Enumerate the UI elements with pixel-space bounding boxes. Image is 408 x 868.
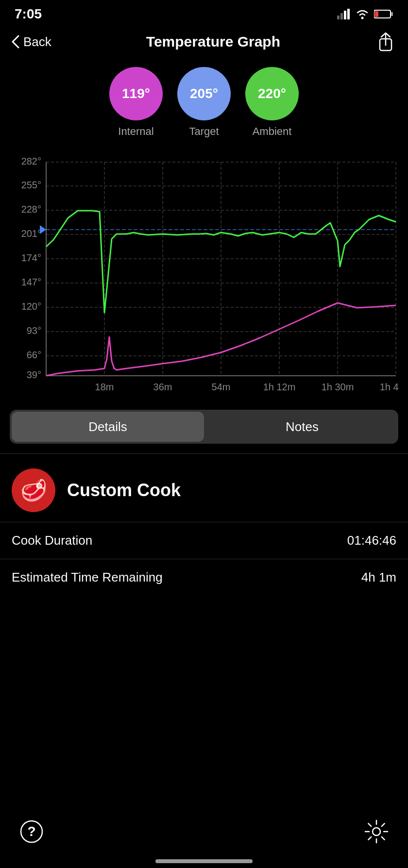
svg-point-48 — [373, 828, 380, 835]
svg-rect-2 — [344, 11, 346, 19]
cook-duration-row: Cook Duration 01:46:46 — [0, 522, 408, 559]
share-button[interactable] — [375, 31, 396, 52]
target-temp-wrap: 205° Target — [177, 67, 231, 138]
svg-text:147°: 147° — [21, 277, 41, 287]
svg-text:1h 30m: 1h 30m — [322, 382, 354, 392]
svg-text:255°: 255° — [21, 180, 41, 190]
ambient-temp-wrap: 220° Ambient — [245, 67, 299, 138]
internal-temp-label: Internal — [118, 125, 153, 138]
tabs-container: Details Notes — [10, 410, 398, 444]
svg-text:66°: 66° — [27, 350, 41, 360]
svg-text:54m: 54m — [212, 382, 231, 392]
svg-text:93°: 93° — [27, 325, 41, 336]
settings-icon — [364, 819, 389, 844]
tab-notes-label: Notes — [286, 419, 319, 434]
svg-text:201°: 201° — [21, 228, 41, 239]
help-icon: ? — [19, 819, 44, 844]
svg-rect-7 — [375, 11, 378, 17]
tab-details[interactable]: Details — [12, 412, 204, 442]
settings-button[interactable] — [364, 819, 389, 844]
svg-line-55 — [382, 823, 385, 826]
svg-rect-0 — [337, 16, 340, 19]
cook-header: 🥩 Custom Cook — [0, 464, 408, 522]
svg-text:228°: 228° — [21, 204, 41, 215]
svg-line-56 — [368, 837, 371, 840]
svg-rect-6 — [391, 12, 393, 16]
svg-text:174°: 174° — [21, 252, 41, 263]
section-divider — [0, 453, 408, 454]
svg-text:120°: 120° — [21, 301, 41, 312]
svg-text:36m: 36m — [153, 382, 172, 392]
internal-temp-circle: 119° — [109, 67, 163, 120]
cook-duration-value: 01:46:46 — [347, 533, 396, 548]
ambient-temp-circle: 220° — [245, 67, 299, 120]
cook-icon: 🥩 — [12, 468, 55, 512]
temperature-chart: 282° 255° 228° 201° 174° 147° 120° 93° 6… — [10, 148, 398, 400]
status-bar: 7:05 — [0, 0, 408, 26]
cook-duration-label: Cook Duration — [12, 533, 92, 548]
chart-container: 282° 255° 228° 201° 174° 147° 120° 93° 6… — [10, 148, 398, 400]
ambient-temp-value: 220° — [258, 86, 286, 101]
cook-name: Custom Cook — [67, 480, 181, 501]
svg-point-4 — [361, 17, 364, 19]
cook-icon-emoji: 🥩 — [20, 478, 47, 503]
ambient-temp-label: Ambient — [253, 125, 292, 138]
page-title: Temperature Graph — [146, 33, 280, 50]
svg-text:?: ? — [27, 824, 35, 839]
internal-temp-wrap: 119° Internal — [109, 67, 163, 138]
svg-line-54 — [382, 837, 385, 840]
estimated-time-value: 4h 1m — [361, 570, 396, 585]
target-temp-value: 205° — [190, 86, 218, 101]
battery-icon — [374, 9, 393, 19]
svg-rect-1 — [340, 13, 343, 19]
target-temp-label: Target — [189, 125, 219, 138]
svg-text:1h 12m: 1h 12m — [263, 382, 296, 392]
svg-line-53 — [368, 823, 371, 826]
status-time: 7:05 — [15, 6, 42, 22]
wifi-icon — [356, 9, 369, 19]
nav-bar: Back Temperature Graph — [0, 26, 408, 57]
svg-text:18m: 18m — [95, 382, 114, 392]
svg-rect-3 — [347, 9, 350, 19]
internal-temp-value: 119° — [122, 86, 150, 101]
home-indicator — [155, 859, 253, 863]
estimated-time-label: Estimated Time Remaining — [12, 570, 163, 585]
tab-details-label: Details — [88, 419, 127, 434]
estimated-time-row: Estimated Time Remaining 4h 1m — [0, 559, 408, 596]
svg-rect-10 — [10, 148, 398, 400]
share-icon — [377, 32, 394, 51]
help-button[interactable]: ? — [19, 819, 44, 844]
back-label: Back — [23, 34, 51, 50]
back-button[interactable]: Back — [12, 34, 51, 50]
status-icons — [337, 9, 393, 19]
tab-notes[interactable]: Notes — [206, 410, 398, 444]
target-temp-circle: 205° — [177, 67, 231, 120]
back-chevron-icon — [12, 35, 19, 49]
svg-text:1h 48m: 1h 48m — [380, 382, 398, 392]
svg-text:39°: 39° — [27, 369, 41, 380]
svg-text:282°: 282° — [21, 156, 41, 167]
signal-icon — [337, 9, 351, 19]
temp-circles: 119° Internal 205° Target 220° Ambient — [0, 57, 408, 143]
